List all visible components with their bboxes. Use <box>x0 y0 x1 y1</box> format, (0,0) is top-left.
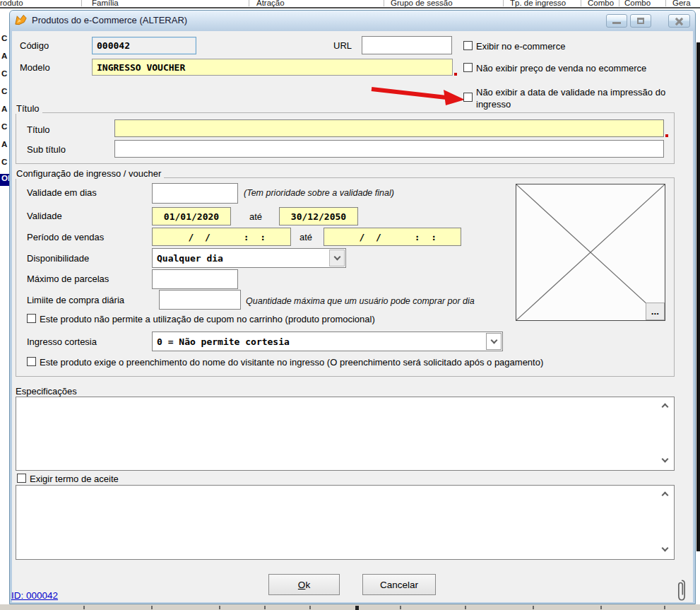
bg-grid-tick <box>465 606 466 609</box>
bg-bottom-strip <box>0 604 700 610</box>
validade-inicio-input[interactable]: 01/01/2020 <box>152 207 231 225</box>
ingresso-cortesia-value: 0 = Não permite cortesia <box>157 332 290 351</box>
nao-exibir-preco-label: Não exibir preço de venda no ecommerce <box>476 63 646 74</box>
subtitulo-input[interactable] <box>114 140 664 158</box>
annotation-arrow-icon <box>369 82 468 107</box>
bg-column-header: Combo <box>624 0 651 7</box>
bg-grid-tick <box>664 606 665 609</box>
ok-button[interactable]: Ok <box>268 574 340 595</box>
required-marker <box>665 134 668 137</box>
cupom-checkbox[interactable] <box>27 314 36 323</box>
bg-column-header: Grupo de sessão <box>391 0 453 7</box>
column-separator <box>81 0 82 6</box>
subtitulo-label: Sub título <box>27 144 66 155</box>
ingresso-cortesia-combobox[interactable]: 0 = Não permite cortesia <box>152 332 503 351</box>
periodo-inicio-input[interactable]: / / : : <box>152 228 291 246</box>
maximize-button[interactable] <box>630 14 651 28</box>
validade-label: Validade <box>27 211 62 221</box>
maximo-parcelas-label: Máximo de parcelas <box>27 274 109 284</box>
chevron-down-icon <box>490 337 497 344</box>
codigo-label: Código <box>20 40 49 51</box>
close-button[interactable] <box>668 14 690 28</box>
bg-grid-tick <box>355 606 359 610</box>
bg-selected-row: OI <box>0 174 9 186</box>
bg-row-text: C <box>1 34 7 42</box>
bg-grid-tick <box>264 606 266 609</box>
chevron-down-icon <box>333 254 340 261</box>
cancel-button-label: Cancelar <box>380 580 418 590</box>
column-separator <box>665 0 666 6</box>
especificacoes-textarea[interactable] <box>16 397 675 471</box>
minimize-button[interactable] <box>606 14 627 28</box>
bg-column-header: roduto <box>0 0 23 7</box>
column-separator <box>581 0 581 6</box>
exibir-ecommerce-label: Exibir no e-commerce <box>476 41 565 52</box>
limite-compra-note: Quantidade máxima que um usuário pode co… <box>246 296 475 306</box>
browse-image-button[interactable]: ... <box>646 303 665 320</box>
bg-row-text: C <box>1 87 7 95</box>
bg-row-text: C <box>1 69 7 78</box>
bg-row-text: C <box>1 158 7 166</box>
ate-label: até <box>249 211 262 222</box>
column-separator <box>619 0 619 6</box>
cupom-checkbox-label: Este produto não permite a utilização de… <box>40 314 375 324</box>
bg-right-strip <box>696 42 700 551</box>
titulo-input[interactable] <box>114 119 664 137</box>
image-placeholder-cross-icon <box>516 184 665 320</box>
cancel-button[interactable]: Cancelar <box>362 574 436 595</box>
bg-row-text: A <box>1 52 7 60</box>
fox-icon <box>14 13 28 27</box>
disponibilidade-label: Disponibilidade <box>27 253 89 264</box>
nome-visitante-checkbox[interactable] <box>27 357 36 366</box>
nao-exibir-data-checkbox[interactable] <box>463 93 473 102</box>
url-input[interactable] <box>362 36 452 54</box>
ingresso-cortesia-label: Ingresso cortesia <box>27 336 97 347</box>
codigo-field[interactable]: 000042 <box>92 37 196 54</box>
termo-textarea[interactable] <box>16 485 675 560</box>
url-label: URL <box>333 40 352 51</box>
bg-row-text: A <box>1 140 7 148</box>
maximo-parcelas-input[interactable] <box>152 269 238 289</box>
column-separator <box>384 0 384 6</box>
bg-row-text: A <box>1 105 7 113</box>
minimize-icon <box>612 22 621 24</box>
limite-compra-input[interactable] <box>159 290 241 310</box>
periodo-vendas-label: Período de vendas <box>27 232 104 242</box>
titulo-group-legend: Título <box>16 103 42 114</box>
exibir-ecommerce-checkbox[interactable] <box>463 41 473 50</box>
modelo-field[interactable]: INGRESSO VOUCHER <box>92 59 453 76</box>
bg-column-header: Atração <box>256 0 285 7</box>
bg-grid-tick <box>600 606 602 609</box>
modelo-label: Modelo <box>20 62 50 73</box>
periodo-fim-input[interactable]: / / : : <box>324 228 461 246</box>
bg-grid-tick <box>400 606 401 609</box>
validade-dias-input[interactable] <box>152 183 238 204</box>
termo-aceite-label: Exigir termo de aceite <box>30 474 119 484</box>
dropdown-button[interactable] <box>329 250 345 266</box>
bg-grid-tick <box>309 606 311 609</box>
bg-column-header: Combo <box>588 0 614 7</box>
ate-label: até <box>299 232 312 242</box>
config-group-legend: Configuração de ingresso / voucher <box>16 168 164 179</box>
product-image-placeholder <box>516 184 665 321</box>
column-separator <box>249 0 249 6</box>
paperclip-icon[interactable] <box>676 579 687 602</box>
bg-column-header: Família <box>92 0 119 7</box>
nome-visitante-label: Este produto exige o preenchimento do no… <box>40 357 543 368</box>
bg-grid-tick <box>219 606 220 609</box>
especificacoes-label: Especificações <box>16 386 77 397</box>
termo-aceite-checkbox[interactable] <box>17 474 26 483</box>
dialog-title: Produtos do e-Commerce (ALTERAR) <box>32 15 187 25</box>
validade-dias-label: Validade em dias <box>27 187 97 198</box>
column-separator <box>503 0 504 6</box>
bg-grid-tick <box>83 606 85 609</box>
disponibilidade-combobox[interactable]: Qualquer dia <box>152 248 346 268</box>
dropdown-button[interactable] <box>486 333 502 350</box>
bg-grid-tick <box>151 606 153 609</box>
nao-exibir-preco-checkbox[interactable] <box>463 63 473 72</box>
record-id-link[interactable]: ID: 000042 <box>11 590 58 601</box>
validade-dias-note: (Tem prioridade sobre a validade final) <box>244 188 394 198</box>
validade-fim-input[interactable]: 30/12/2050 <box>279 207 358 225</box>
disponibilidade-value: Qualquer dia <box>157 249 223 267</box>
ok-button-label: Ok <box>298 580 310 590</box>
